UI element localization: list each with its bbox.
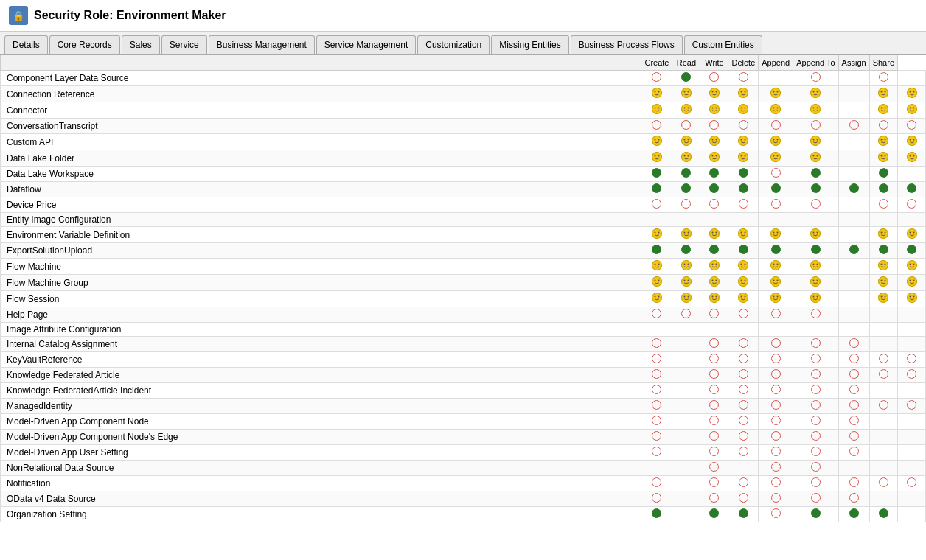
perm-cell[interactable] bbox=[838, 430, 869, 445]
perm-cell[interactable] bbox=[759, 476, 793, 491]
perm-cell[interactable] bbox=[728, 399, 759, 414]
tab-service[interactable]: Service bbox=[161, 35, 207, 54]
perm-cell[interactable] bbox=[838, 167, 869, 182]
perm-cell[interactable] bbox=[898, 368, 926, 383]
perm-cell[interactable] bbox=[759, 134, 793, 150]
perm-cell[interactable] bbox=[838, 71, 869, 86]
perm-cell[interactable] bbox=[838, 134, 869, 150]
perm-cell[interactable] bbox=[838, 275, 869, 291]
perm-cell[interactable] bbox=[700, 227, 728, 243]
tab-missing-entities[interactable]: Missing Entities bbox=[491, 35, 568, 54]
perm-cell[interactable] bbox=[793, 352, 838, 368]
perm-cell[interactable] bbox=[898, 71, 926, 86]
perm-cell[interactable] bbox=[759, 352, 793, 368]
perm-cell[interactable] bbox=[759, 275, 793, 291]
perm-cell[interactable] bbox=[869, 291, 897, 307]
perm-cell[interactable] bbox=[898, 323, 926, 337]
perm-cell[interactable] bbox=[641, 291, 672, 307]
perm-cell[interactable] bbox=[700, 150, 728, 167]
tab-business-process-flows[interactable]: Business Process Flows bbox=[571, 35, 683, 54]
perm-cell[interactable] bbox=[759, 414, 793, 430]
perm-cell[interactable] bbox=[759, 119, 793, 134]
perm-cell[interactable] bbox=[793, 445, 838, 461]
perm-cell[interactable] bbox=[898, 461, 926, 476]
perm-cell[interactable] bbox=[641, 414, 672, 430]
perm-cell[interactable] bbox=[898, 507, 926, 522]
perm-cell[interactable] bbox=[700, 399, 728, 414]
perm-cell[interactable] bbox=[898, 197, 926, 213]
perm-cell[interactable] bbox=[728, 150, 759, 167]
perm-cell[interactable] bbox=[641, 71, 672, 86]
perm-cell[interactable] bbox=[759, 491, 793, 507]
perm-cell[interactable] bbox=[728, 197, 759, 213]
perm-cell[interactable] bbox=[869, 197, 897, 213]
perm-cell[interactable] bbox=[759, 383, 793, 399]
perm-cell[interactable] bbox=[759, 368, 793, 383]
perm-cell[interactable] bbox=[869, 213, 897, 227]
perm-cell[interactable] bbox=[759, 182, 793, 197]
perm-cell[interactable] bbox=[641, 337, 672, 352]
perm-cell[interactable] bbox=[641, 259, 672, 275]
perm-cell[interactable] bbox=[838, 182, 869, 197]
perm-cell[interactable] bbox=[759, 71, 793, 86]
perm-cell[interactable] bbox=[869, 259, 897, 275]
tab-business-management[interactable]: Business Management bbox=[209, 35, 315, 54]
perm-cell[interactable] bbox=[898, 259, 926, 275]
perm-cell[interactable] bbox=[700, 167, 728, 182]
perm-cell[interactable] bbox=[641, 243, 672, 259]
perm-cell[interactable] bbox=[728, 71, 759, 86]
perm-cell[interactable] bbox=[700, 71, 728, 86]
perm-cell[interactable] bbox=[700, 102, 728, 119]
perm-cell[interactable] bbox=[838, 414, 869, 430]
perm-cell[interactable] bbox=[759, 430, 793, 445]
perm-cell[interactable] bbox=[759, 337, 793, 352]
perm-cell[interactable] bbox=[793, 197, 838, 213]
perm-cell[interactable] bbox=[641, 323, 672, 337]
tab-sales[interactable]: Sales bbox=[122, 35, 160, 54]
perm-cell[interactable] bbox=[793, 476, 838, 491]
perm-cell[interactable] bbox=[672, 323, 700, 337]
perm-cell[interactable] bbox=[641, 491, 672, 507]
perm-cell[interactable] bbox=[641, 182, 672, 197]
perm-cell[interactable] bbox=[641, 507, 672, 522]
perm-cell[interactable] bbox=[898, 399, 926, 414]
perm-cell[interactable] bbox=[898, 337, 926, 352]
perm-cell[interactable] bbox=[869, 243, 897, 259]
perm-cell[interactable] bbox=[898, 227, 926, 243]
perm-cell[interactable] bbox=[838, 476, 869, 491]
perm-cell[interactable] bbox=[700, 307, 728, 323]
perm-cell[interactable] bbox=[700, 86, 728, 102]
perm-cell[interactable] bbox=[672, 213, 700, 227]
perm-cell[interactable] bbox=[793, 323, 838, 337]
perm-cell[interactable] bbox=[793, 227, 838, 243]
perm-cell[interactable] bbox=[793, 102, 838, 119]
perm-cell[interactable] bbox=[641, 167, 672, 182]
perm-cell[interactable] bbox=[898, 119, 926, 134]
perm-cell[interactable] bbox=[898, 150, 926, 167]
perm-cell[interactable] bbox=[672, 167, 700, 182]
perm-cell[interactable] bbox=[700, 243, 728, 259]
perm-cell[interactable] bbox=[700, 476, 728, 491]
perm-cell[interactable] bbox=[672, 150, 700, 167]
perm-cell[interactable] bbox=[728, 445, 759, 461]
perm-cell[interactable] bbox=[898, 476, 926, 491]
perm-cell[interactable] bbox=[700, 507, 728, 522]
perm-cell[interactable] bbox=[793, 307, 838, 323]
perm-cell[interactable] bbox=[672, 476, 700, 491]
perm-cell[interactable] bbox=[728, 476, 759, 491]
perm-cell[interactable] bbox=[728, 491, 759, 507]
perm-cell[interactable] bbox=[869, 414, 897, 430]
perm-cell[interactable] bbox=[838, 150, 869, 167]
perm-cell[interactable] bbox=[641, 119, 672, 134]
perm-cell[interactable] bbox=[759, 259, 793, 275]
perm-cell[interactable] bbox=[728, 102, 759, 119]
perm-cell[interactable] bbox=[728, 259, 759, 275]
perm-cell[interactable] bbox=[869, 71, 897, 86]
perm-cell[interactable] bbox=[641, 476, 672, 491]
perm-cell[interactable] bbox=[728, 243, 759, 259]
perm-cell[interactable] bbox=[759, 86, 793, 102]
perm-cell[interactable] bbox=[793, 491, 838, 507]
perm-cell[interactable] bbox=[728, 352, 759, 368]
perm-cell[interactable] bbox=[728, 182, 759, 197]
perm-cell[interactable] bbox=[869, 227, 897, 243]
